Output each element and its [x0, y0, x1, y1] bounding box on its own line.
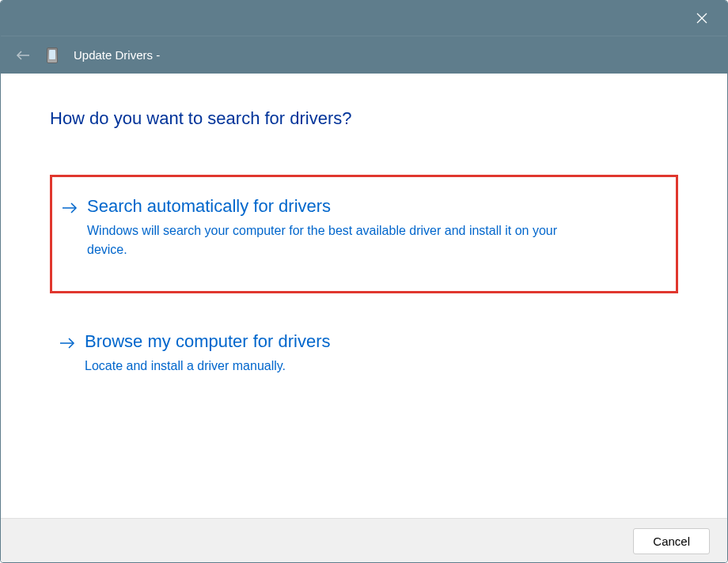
- wizard-question: How do you want to search for drivers?: [50, 108, 678, 129]
- back-button[interactable]: [15, 47, 31, 63]
- back-arrow-icon: [16, 50, 30, 61]
- device-icon: [47, 47, 58, 63]
- titlebar: [1, 1, 727, 36]
- wizard-header: Update Drivers -: [1, 36, 727, 74]
- cancel-button[interactable]: Cancel: [633, 528, 710, 554]
- header-title: Update Drivers -: [74, 48, 160, 62]
- option-title: Browse my computer for drivers: [85, 331, 672, 352]
- option-content: Search automatically for drivers Windows…: [87, 196, 669, 259]
- arrow-right-icon: [62, 202, 78, 217]
- option-description: Windows will search your computer for th…: [87, 221, 593, 259]
- close-icon: [696, 13, 707, 24]
- close-button[interactable]: [686, 2, 718, 34]
- option-title: Search automatically for drivers: [87, 196, 669, 217]
- option-description: Locate and install a driver manually.: [85, 357, 591, 376]
- option-search-automatically[interactable]: Search automatically for drivers Windows…: [50, 175, 678, 293]
- option-content: Browse my computer for drivers Locate an…: [85, 331, 672, 376]
- option-browse-computer[interactable]: Browse my computer for drivers Locate an…: [50, 322, 678, 385]
- footer: Cancel: [1, 518, 727, 563]
- arrow-right-icon: [59, 338, 75, 352]
- content-area: How do you want to search for drivers? S…: [1, 74, 727, 518]
